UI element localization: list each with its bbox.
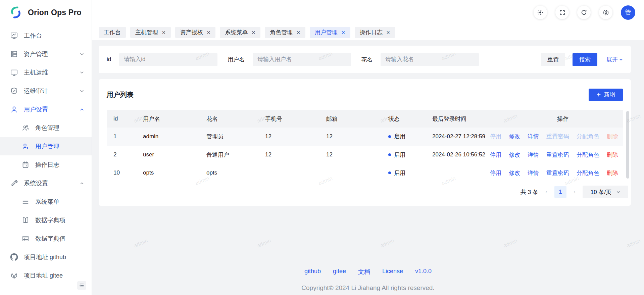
disable-link[interactable]: 停用	[490, 133, 501, 140]
tab-op-log[interactable]: 操作日志 ✕	[355, 27, 395, 38]
sidebar-item-label: 系统设置	[24, 179, 48, 187]
sidebar-item-dict-value[interactable]: 数据字典值	[0, 229, 92, 248]
sidebar-item-assets[interactable]: 资产管理	[0, 45, 92, 63]
edit-link[interactable]: 修改	[509, 151, 520, 159]
chevron-up-icon	[80, 181, 84, 186]
tab-label: 用户管理	[315, 29, 338, 36]
search-field-nickname: 花名	[361, 53, 479, 66]
sidebar-item-label: 用户管理	[35, 142, 59, 150]
sidebar-item-host-ops[interactable]: 主机运维	[0, 63, 92, 82]
sidebar-item-system-settings[interactable]: 系统设置	[0, 174, 92, 192]
status-dot	[388, 135, 391, 138]
sidebar-item-op-log[interactable]: 操作日志	[0, 155, 92, 174]
delete-link[interactable]: 删除	[607, 169, 618, 177]
close-icon[interactable]: ✕	[296, 30, 300, 35]
sidebar-item-audit[interactable]: 运维审计	[0, 82, 92, 100]
expand-label: 展开	[606, 56, 618, 63]
tab-label: 角色管理	[270, 29, 293, 36]
search-button[interactable]: 搜索	[573, 53, 597, 66]
tab-host-mgmt[interactable]: 主机管理 ✕	[130, 27, 171, 38]
edit-link[interactable]: 修改	[509, 169, 520, 177]
fullscreen-icon	[559, 9, 565, 16]
close-icon[interactable]: ✕	[341, 30, 345, 35]
disable-link[interactable]: 停用	[490, 151, 501, 159]
tab-workbench[interactable]: 工作台	[99, 27, 126, 38]
detail-link[interactable]: 详情	[528, 133, 539, 140]
col-last-login: 最后登录时间	[426, 110, 533, 128]
cell-mobile: 12	[258, 146, 319, 164]
user-avatar[interactable]: 管	[621, 5, 635, 20]
nickname-input[interactable]	[381, 53, 479, 66]
sidebar-item-label: 项目地址 gitee	[24, 272, 63, 280]
pagination: 共 3 条 ‹ 1 › 10 条/页	[521, 186, 628, 198]
sidebar-item-label: 运维审计	[24, 87, 48, 95]
page-size-select[interactable]: 10 条/页	[583, 186, 628, 198]
vertical-scrollbar[interactable]	[626, 111, 629, 179]
cell-username: admin	[136, 128, 200, 146]
sidebar-item-github[interactable]: 项目地址 github	[0, 248, 92, 266]
footer-link-gitee[interactable]: gitee	[333, 268, 346, 276]
cell-username: opts	[136, 164, 200, 182]
delete-link[interactable]: 删除	[607, 133, 618, 140]
disable-link[interactable]: 停用	[490, 169, 501, 177]
footer-link-license[interactable]: License	[382, 268, 403, 276]
assign-role-link[interactable]: 分配角色	[577, 151, 599, 159]
refresh-button[interactable]	[577, 6, 591, 19]
tab-system-menu[interactable]: 系统菜单 ✕	[220, 27, 260, 38]
col-id: id	[107, 110, 136, 128]
sidebar-item-system-menu[interactable]: 系统菜单	[0, 192, 92, 211]
field-label: 花名	[361, 56, 373, 63]
close-icon[interactable]: ✕	[207, 30, 211, 35]
footer-link-docs[interactable]: 文档	[358, 268, 370, 276]
fullscreen-button[interactable]	[555, 6, 569, 19]
footer-link-github[interactable]: github	[304, 268, 321, 276]
sidebar-item-label: 操作日志	[35, 161, 59, 169]
field-label: id	[107, 56, 111, 63]
chevron-up-icon	[80, 107, 84, 112]
tab-label: 资产授权	[180, 29, 203, 36]
tab-user-mgmt[interactable]: 用户管理 ✕	[310, 27, 350, 38]
close-icon[interactable]: ✕	[386, 30, 390, 35]
reset-password-link[interactable]: 重置密码	[546, 133, 569, 140]
cell-email	[319, 164, 382, 182]
theme-toggle-button[interactable]	[534, 6, 547, 19]
edit-link[interactable]: 修改	[509, 133, 520, 140]
sidebar-item-role-mgmt[interactable]: 角色管理	[0, 118, 92, 137]
next-page-button[interactable]: ›	[571, 189, 578, 195]
reset-password-link[interactable]: 重置密码	[546, 169, 569, 177]
tab-role-mgmt[interactable]: 角色管理 ✕	[265, 27, 305, 38]
tab-asset-auth[interactable]: 资产授权 ✕	[175, 27, 216, 38]
search-form-card: id 用户名 花名 重置 搜索 展开	[99, 46, 631, 73]
detail-link[interactable]: 详情	[528, 169, 539, 177]
cell-mobile	[258, 164, 319, 182]
delete-link[interactable]: 删除	[607, 151, 618, 159]
menu-lines-icon	[21, 198, 30, 206]
sidebar-item-user-mgmt[interactable]: 用户管理	[0, 137, 92, 155]
id-input[interactable]	[119, 53, 217, 66]
prev-page-button[interactable]: ‹	[543, 189, 550, 195]
col-nickname: 花名	[200, 110, 258, 128]
reset-button[interactable]: 重置	[541, 53, 565, 66]
assign-role-link[interactable]: 分配角色	[577, 133, 599, 140]
detail-link[interactable]: 详情	[528, 151, 539, 159]
username-input[interactable]	[253, 53, 351, 66]
expand-toggle[interactable]: 展开	[606, 56, 623, 63]
sidebar-item-workbench[interactable]: 工作台	[0, 26, 92, 45]
add-user-button[interactable]: 新增	[589, 89, 623, 101]
page-number[interactable]: 1	[554, 186, 566, 198]
sidebar-item-label: 数据字典项	[35, 216, 65, 224]
close-icon[interactable]: ✕	[251, 30, 255, 35]
user-add-icon	[21, 142, 30, 150]
sidebar-collapse-button[interactable]	[77, 281, 86, 290]
footer-link-version[interactable]: v1.0.0	[415, 268, 432, 276]
assign-role-link[interactable]: 分配角色	[577, 169, 599, 177]
reset-password-link[interactable]: 重置密码	[546, 151, 569, 159]
sidebar-item-dict-item[interactable]: 数据字典项	[0, 211, 92, 229]
sidebar-item-user-settings[interactable]: 用户设置	[0, 100, 92, 118]
page-size-value: 10 条/页	[591, 188, 611, 196]
search-field-username: 用户名	[228, 53, 351, 66]
close-icon[interactable]: ✕	[162, 30, 166, 35]
app-title: Orion Ops Pro	[28, 8, 82, 17]
settings-button[interactable]	[599, 6, 612, 19]
log-icon	[21, 161, 30, 169]
